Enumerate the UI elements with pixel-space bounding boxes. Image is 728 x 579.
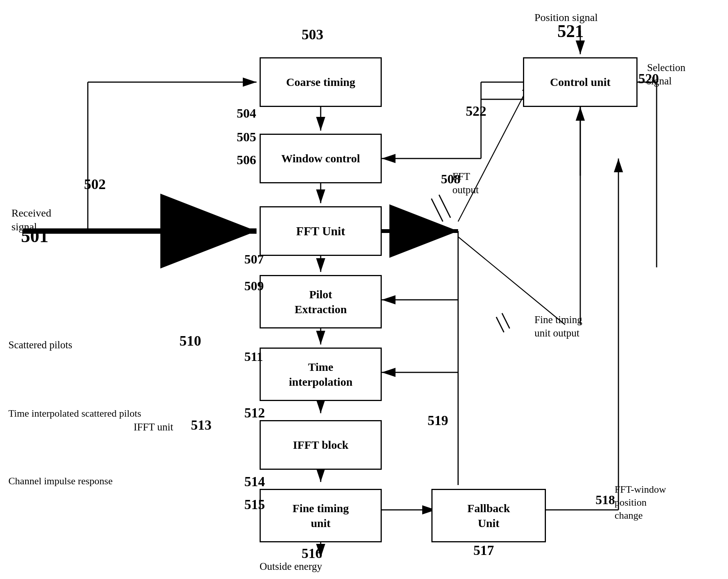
num-506: 506 [237, 153, 256, 167]
pilot-extraction-block: PilotExtraction [260, 275, 382, 328]
window-control-block: Window control [260, 134, 382, 183]
control-unit-label: Control unit [550, 75, 611, 89]
num-521: 521 [557, 21, 584, 41]
num-519: 519 [428, 412, 448, 429]
label-fft-window-position: FFT-windowpositionchange [615, 483, 666, 522]
ifft-block: IFFT block [260, 420, 382, 470]
fft-unit-label: FFT Unit [296, 224, 345, 238]
svg-line-23 [458, 237, 565, 325]
svg-line-20 [431, 199, 443, 222]
coarse-timing-label: Coarse timing [286, 75, 355, 89]
time-interpolation-label: Timeinterpolation [289, 359, 353, 389]
num-517: 517 [473, 542, 494, 558]
window-control-label: Window control [281, 152, 360, 165]
num-503: 503 [302, 26, 323, 43]
label-fine-timing-output: Fine timingunit output [534, 313, 582, 340]
svg-line-25 [502, 313, 510, 328]
num-511: 511 [244, 349, 263, 364]
fft-unit-block: FFT Unit [260, 206, 382, 256]
num-504: 504 [237, 106, 256, 121]
fallback-unit-block: FallbackUnit [431, 489, 546, 542]
time-interpolation-block: Timeinterpolation [260, 348, 382, 401]
label-outside-energy: Outside energy [260, 561, 322, 573]
coarse-timing-block: Coarse timing [260, 57, 382, 107]
control-unit-block: Control unit [523, 57, 638, 107]
num-510: 510 [179, 332, 201, 349]
num-518: 518 [596, 493, 615, 507]
fine-timing-unit-label: Fine timingunit [292, 501, 349, 530]
svg-line-21 [439, 195, 450, 218]
num-522: 522 [466, 103, 486, 119]
num-512: 512 [244, 405, 265, 421]
fine-timing-unit-block: Fine timingunit [260, 489, 382, 542]
label-selection-signal: Selectionsignal [647, 61, 685, 88]
num-505: 505 [237, 130, 256, 144]
num-502: 502 [84, 176, 106, 192]
num-514: 514 [244, 474, 265, 490]
ifft-block-label: IFFT block [293, 438, 348, 452]
label-scattered-pilots: Scattered pilots [8, 339, 72, 351]
num-509: 509 [244, 279, 264, 293]
svg-line-24 [496, 317, 504, 332]
num-516: 516 [302, 545, 322, 561]
label-received-signal: Receivedsignal [11, 206, 51, 234]
num-507: 507 [244, 252, 264, 267]
label-ifft-unit: IFFT unit [134, 421, 173, 433]
num-515: 515 [244, 497, 265, 513]
num-513: 513 [191, 417, 211, 433]
label-fft-output: FFToutput [452, 170, 479, 197]
label-time-interpolated: Time interpolated scattered pilots [8, 408, 141, 419]
label-channel-impulse: Channel impulse response [8, 475, 113, 487]
pilot-extraction-label: PilotExtraction [295, 287, 347, 317]
fallback-unit-label: FallbackUnit [467, 501, 510, 530]
